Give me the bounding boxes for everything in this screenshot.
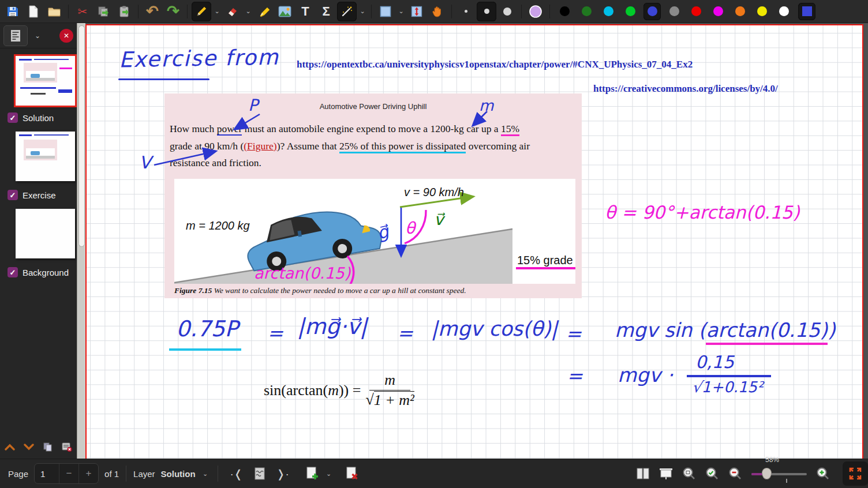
copy-button[interactable] — [93, 2, 113, 21]
cut-button[interactable]: ✂ — [73, 2, 92, 21]
source-url-link[interactable]: https://opentextbc.ca/universityphysicsv… — [297, 59, 693, 70]
eraser-tool-button[interactable] — [223, 2, 242, 21]
magic-wand-icon — [341, 5, 353, 18]
save-icon — [6, 5, 20, 18]
mini-eq-frac — [58, 89, 72, 93]
layer-select-chevron[interactable]: ⌄ — [200, 464, 211, 483]
move-layer-up-button[interactable] — [1, 438, 18, 456]
layer-thumbnail-solution[interactable] — [16, 56, 75, 106]
zoom-in-button[interactable] — [813, 464, 833, 483]
layer-thumbnail-exercise[interactable] — [16, 132, 75, 181]
select-options-chevron[interactable]: ⌄ — [396, 2, 406, 21]
chevron-up-icon — [5, 444, 15, 451]
typeset-identity: sin(arctan(m)) = m √1 + m² — [264, 371, 414, 409]
next-annotated-page-button[interactable]: ❭· — [273, 464, 293, 483]
page-number-input[interactable] — [35, 464, 59, 483]
color-cyan-button[interactable] — [600, 3, 617, 20]
eraser-options-chevron[interactable]: ⌄ — [243, 2, 253, 21]
paste-button[interactable] — [114, 2, 134, 21]
stroke-thick-button[interactable] — [497, 2, 517, 21]
typeset-fraction: m √1 + m² — [365, 371, 414, 409]
color-chooser-button[interactable] — [526, 2, 545, 21]
zoom-100-button[interactable] — [702, 464, 722, 483]
page-decrement-button[interactable]: − — [59, 464, 78, 483]
color-white-button[interactable] — [775, 3, 792, 20]
insert-image-button[interactable] — [275, 2, 294, 21]
annotation-v: V — [139, 152, 151, 172]
delete-page-button[interactable] — [342, 464, 362, 483]
save-button[interactable] — [3, 2, 23, 21]
dual-page-view-button[interactable] — [633, 464, 653, 483]
eq-frac-denominator: √1+0.15² — [692, 378, 763, 396]
highlighter-tool-button[interactable] — [254, 2, 274, 21]
color-lightgreen-button[interactable] — [622, 3, 639, 20]
license-url-link[interactable]: https://creativecommons.org/licenses/by/… — [593, 83, 778, 95]
pen-tool-button[interactable] — [192, 2, 211, 21]
fullscreen-icon — [848, 467, 862, 481]
presentation-mode-button[interactable] — [656, 464, 676, 483]
layer-row-exercise: ✓ Exercise — [8, 190, 56, 200]
select-rectangle-button[interactable] — [376, 2, 395, 21]
layer-checkbox-solution[interactable]: ✓ — [8, 112, 18, 123]
grade-underline-stroke — [516, 267, 575, 269]
redo-button[interactable]: ↷ — [163, 2, 183, 21]
eq-equals-1: = — [267, 322, 283, 344]
undo-icon: ↶ — [146, 2, 159, 20]
figure-link[interactable]: (Figure) — [244, 140, 276, 152]
page-increment-button[interactable]: + — [78, 464, 98, 483]
color-yellow-button[interactable] — [753, 3, 770, 20]
zoom-fit-button[interactable] — [679, 464, 699, 483]
stroke-medium-button[interactable] — [477, 2, 496, 21]
shape-recognizer-button[interactable] — [337, 2, 357, 21]
preview-mode-button[interactable] — [3, 25, 28, 46]
color-green-button[interactable] — [578, 3, 595, 20]
color-swatch — [669, 6, 679, 16]
add-page-button[interactable] — [302, 464, 322, 483]
current-color-indicator[interactable] — [798, 3, 815, 20]
layer-checkbox-exercise[interactable]: ✓ — [8, 190, 18, 200]
fullscreen-button[interactable] — [843, 461, 868, 486]
zoom-slider[interactable]: 58% — [751, 464, 807, 483]
new-document-button[interactable] — [24, 2, 43, 21]
zoom-out-button[interactable] — [725, 464, 745, 483]
delete-layer-button[interactable] — [58, 438, 76, 456]
math-tex-button[interactable]: Σ — [316, 2, 336, 21]
scrollbar-thumb[interactable] — [78, 25, 85, 247]
layer-thumbnail-background[interactable] — [16, 209, 75, 258]
eq-equals-2: = — [397, 322, 413, 344]
zoom-slider-thumb[interactable] — [762, 468, 772, 479]
stroke-fine-button[interactable] — [456, 2, 476, 21]
shape-options-chevron[interactable]: ⌄ — [357, 2, 368, 21]
vertical-scrollbar[interactable] — [77, 23, 85, 459]
hand-tool-button[interactable] — [428, 2, 447, 21]
color-magenta-button[interactable] — [709, 3, 727, 20]
color-swatch — [560, 6, 570, 16]
open-button[interactable] — [44, 2, 64, 21]
prev-annotated-page-button[interactable]: ·❬ — [227, 464, 246, 483]
sidebar-close-button[interactable]: ✕ — [59, 29, 73, 43]
eq-term-1: |mg⃗·v⃗| — [297, 314, 367, 339]
undo-button[interactable]: ↶ — [143, 2, 162, 21]
text-tool-button[interactable]: T — [295, 2, 315, 21]
mini-eq-row — [20, 87, 56, 89]
text-run: resistance and friction. — [170, 157, 261, 168]
caption-text: We want to calculate the power needed to… — [212, 286, 466, 295]
add-page-chevron[interactable]: ⌄ — [324, 464, 334, 483]
color-orange-button[interactable] — [731, 3, 749, 20]
eq-equals-3: = — [566, 322, 582, 345]
document-page[interactable]: Exercise from https://opentextbc.ca/univ… — [85, 24, 863, 459]
goto-annotated-page-button[interactable] — [250, 464, 270, 483]
pen-options-chevron[interactable]: ⌄ — [212, 2, 222, 21]
vertical-space-button[interactable] — [407, 2, 426, 21]
color-gray-button[interactable] — [665, 3, 683, 20]
color-blue-button-selected[interactable] — [643, 3, 661, 20]
text-run: )? Assume that — [277, 140, 339, 152]
duplicate-layer-button[interactable] — [39, 438, 57, 456]
color-red-button[interactable] — [687, 3, 705, 20]
layer-checkbox-background[interactable]: ✓ — [8, 267, 18, 277]
close-icon: ✕ — [63, 32, 69, 40]
move-layer-down-button[interactable] — [20, 438, 38, 456]
preview-mode-chevron[interactable]: ⌄ — [35, 32, 40, 40]
color-black-button[interactable] — [556, 3, 573, 20]
annotation-p: P — [248, 96, 258, 115]
